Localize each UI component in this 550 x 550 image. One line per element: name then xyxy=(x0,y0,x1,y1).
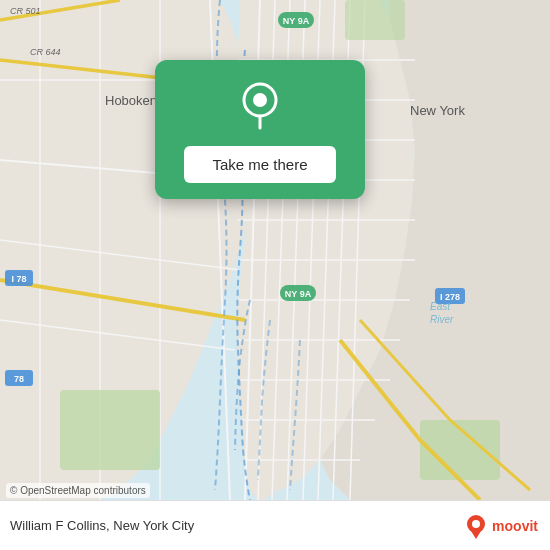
moovit-icon xyxy=(463,513,489,539)
svg-text:CR 501: CR 501 xyxy=(10,6,41,16)
svg-text:I 78: I 78 xyxy=(11,274,26,284)
svg-marker-54 xyxy=(471,531,481,539)
bottom-bar: William F Collins, New York City moovit xyxy=(0,500,550,550)
svg-text:New York: New York xyxy=(410,103,465,118)
svg-rect-48 xyxy=(60,390,160,470)
svg-text:NY 9A: NY 9A xyxy=(285,289,312,299)
location-pin-icon xyxy=(234,80,286,132)
svg-text:River: River xyxy=(430,314,454,325)
moovit-logo: moovit xyxy=(463,513,538,539)
map-attribution: © OpenStreetMap contributors xyxy=(6,483,150,498)
take-me-there-button[interactable]: Take me there xyxy=(184,146,335,183)
svg-rect-49 xyxy=(345,0,405,40)
moovit-text: moovit xyxy=(492,518,538,534)
svg-point-55 xyxy=(472,520,480,528)
location-info: William F Collins, New York City xyxy=(10,518,194,533)
svg-text:CR 644: CR 644 xyxy=(30,47,61,57)
svg-text:Hoboken: Hoboken xyxy=(105,93,157,108)
svg-text:NY 9A: NY 9A xyxy=(283,16,310,26)
svg-text:East: East xyxy=(430,301,451,312)
popup-card: Take me there xyxy=(155,60,365,199)
svg-text:78: 78 xyxy=(14,374,24,384)
map-container: I 78 78 NY 9A NY 9A I 278 CR 644 CR 501 … xyxy=(0,0,550,500)
location-name: William F Collins, New York City xyxy=(10,518,194,533)
svg-point-51 xyxy=(253,93,267,107)
